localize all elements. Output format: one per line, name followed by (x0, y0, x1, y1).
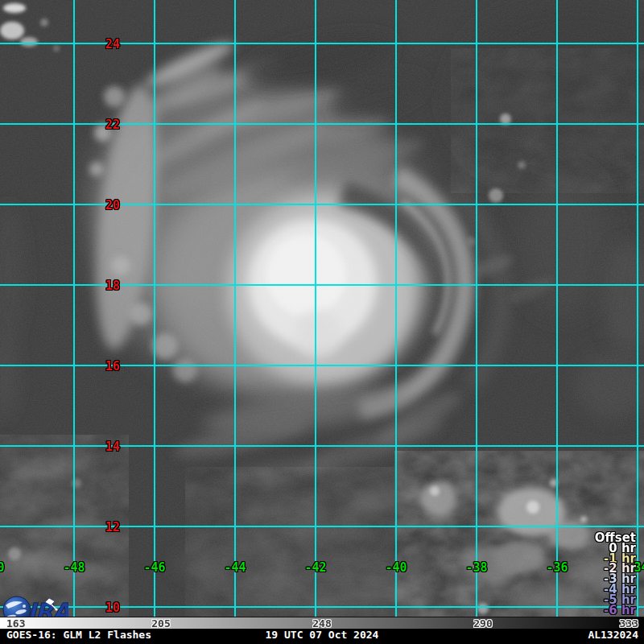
gridline-lon-minus-48 (73, 0, 75, 617)
flash-offset-legend: Offset 0 hr -1 hr -2 hr -3 hr -4 hr -5 h… (595, 533, 636, 615)
lat-label-20: 20 (98, 198, 127, 211)
gridline-lon-minus-34 (637, 0, 638, 617)
lat-label-12: 12 (98, 520, 127, 533)
gridline-lon-minus-38 (476, 0, 477, 617)
lon-label-minus-38: -38 (457, 560, 496, 573)
gridline-lon-minus-42 (315, 0, 316, 617)
colorbar-tick-333: 333 (620, 617, 638, 630)
lat-label-22: 22 (98, 118, 127, 130)
gridline-lat-14 (0, 445, 644, 447)
status-bar: GOES-16: GLM L2 Flashes 19 UTC 07 Oct 20… (0, 629, 644, 644)
timestamp-label: 19 UTC 07 Oct 2024 (0, 629, 644, 644)
gridline-lat-10 (0, 606, 644, 608)
gridline-lat-24 (0, 43, 644, 44)
colorbar-tick-290: 290 (465, 617, 501, 630)
cloud-imagery (0, 0, 644, 617)
colorbar-gradient: 163 205 248 290 333 (0, 617, 644, 629)
lon-label-minus-44: -44 (216, 560, 254, 573)
gridline-lon-minus-36 (556, 0, 558, 617)
lon-label-minus-48: -48 (55, 560, 93, 573)
lat-label-10: 10 (98, 601, 127, 613)
colorbar-tick-248: 248 (304, 617, 340, 630)
gridline-lat-22 (0, 123, 644, 125)
gridline-lat-18 (0, 284, 644, 286)
gridline-lat-16 (0, 365, 644, 366)
legend-item-minus-6hr: -6 hr (595, 605, 636, 616)
gridline-lon-minus-44 (234, 0, 236, 617)
lon-label-minus-40: -40 (377, 560, 415, 573)
lat-label-24: 24 (98, 37, 127, 50)
gridline-lon-minus-40 (395, 0, 397, 617)
gridline-lat-20 (0, 204, 644, 205)
lat-label-16: 16 (98, 359, 127, 372)
stage: 24 22 20 18 16 14 12 10 -50 -48 -46 -44 … (0, 0, 644, 644)
lon-label-minus-42: -42 (296, 560, 335, 573)
colorbar-tick-163: 163 (6, 617, 25, 630)
lat-label-18: 18 (98, 279, 127, 291)
lon-label-minus-50: -50 (0, 560, 13, 573)
satellite-image: 24 22 20 18 16 14 12 10 -50 -48 -46 -44 … (0, 0, 644, 617)
storm-id-label: AL132024 (588, 629, 638, 644)
lon-label-minus-36: -36 (538, 560, 576, 573)
gridline-lat-12 (0, 526, 644, 527)
colorbar-tick-205: 205 (143, 617, 179, 630)
lat-label-14: 14 (98, 440, 127, 452)
lon-label-minus-46: -46 (135, 560, 174, 573)
gridline-lon-minus-46 (154, 0, 155, 617)
